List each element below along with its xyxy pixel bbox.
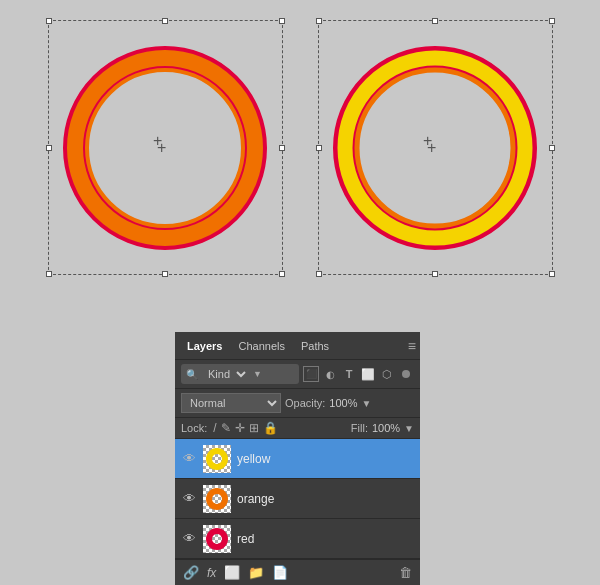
fill-value[interactable]: 100% bbox=[372, 422, 400, 434]
crosshair-right: + bbox=[427, 140, 443, 156]
opacity-value[interactable]: 100% bbox=[329, 397, 357, 409]
crosshair-left: + bbox=[157, 140, 173, 156]
layer-item-orange[interactable]: 👁 orange bbox=[175, 479, 420, 519]
new-layer-icon[interactable]: 📄 bbox=[272, 565, 288, 580]
handle-r-tl[interactable] bbox=[316, 18, 322, 24]
layer-item-red[interactable]: 👁 red bbox=[175, 519, 420, 559]
lock-paint-icon[interactable]: ✎ bbox=[221, 421, 231, 435]
search-row: 🔍 Kind ▼ ⬛ ◐ T ⬜ ⬡ bbox=[175, 360, 420, 389]
right-circle-container: + bbox=[318, 20, 553, 275]
blend-row: Normal Opacity: 100% ▼ bbox=[175, 389, 420, 418]
delete-layer-icon[interactable]: 🗑 bbox=[399, 565, 412, 580]
panel-menu-icon[interactable]: ≡ bbox=[408, 338, 416, 354]
lock-position-icon[interactable]: ✛ bbox=[235, 421, 245, 435]
kind-dropdown[interactable]: Kind bbox=[202, 366, 249, 382]
lock-icons: / ✎ ✛ ⊞ 🔒 bbox=[213, 421, 277, 435]
thumb-ring-red bbox=[203, 525, 231, 553]
layer-thumb-red bbox=[203, 525, 231, 553]
svg-point-8 bbox=[209, 531, 225, 547]
lock-artboard-icon[interactable]: ⊞ bbox=[249, 421, 259, 435]
opacity-label: Opacity: bbox=[285, 397, 325, 409]
layer-name-orange: orange bbox=[237, 492, 414, 506]
handle-r-tm[interactable] bbox=[432, 18, 438, 24]
layer-thumb-orange bbox=[203, 485, 231, 513]
opacity-row: Opacity: 100% ▼ bbox=[285, 397, 371, 409]
handle-mr[interactable] bbox=[279, 145, 285, 151]
eye-icon-red[interactable]: 👁 bbox=[181, 531, 197, 547]
dropdown-arrow-icon: ▼ bbox=[253, 369, 262, 379]
layers-panel: Layers Channels Paths ≡ 🔍 Kind ▼ ⬛ ◐ T ⬜… bbox=[175, 332, 420, 585]
filter-pixel-icon[interactable]: ⬛ bbox=[303, 366, 319, 382]
thumb-ring-yellow bbox=[203, 445, 231, 473]
handle-ml[interactable] bbox=[46, 145, 52, 151]
lock-row: Lock: / ✎ ✛ ⊞ 🔒 Fill: 100% ▼ bbox=[175, 418, 420, 439]
handle-tr[interactable] bbox=[279, 18, 285, 24]
layer-item-yellow[interactable]: 👁 yellow bbox=[175, 439, 420, 479]
tab-layers[interactable]: Layers bbox=[179, 336, 230, 356]
left-circle-container: + bbox=[48, 20, 283, 275]
filter-smart-icon[interactable]: ⬡ bbox=[379, 366, 395, 382]
tab-paths[interactable]: Paths bbox=[293, 336, 337, 356]
layer-name-yellow: yellow bbox=[237, 452, 414, 466]
layer-thumb-yellow bbox=[203, 445, 231, 473]
svg-point-7 bbox=[209, 491, 225, 507]
eye-icon-orange[interactable]: 👁 bbox=[181, 491, 197, 507]
fill-section: Fill: 100% ▼ bbox=[351, 422, 414, 434]
handle-bm[interactable] bbox=[162, 271, 168, 277]
add-mask-icon[interactable]: ⬜ bbox=[224, 565, 240, 580]
fx-icon[interactable]: fx bbox=[207, 566, 216, 580]
handle-r-br[interactable] bbox=[549, 271, 555, 277]
fill-label: Fill: bbox=[351, 422, 368, 434]
panel-tabs: Layers Channels Paths ≡ bbox=[175, 332, 420, 360]
new-group-icon[interactable]: 📁 bbox=[248, 565, 264, 580]
thumb-ring-orange bbox=[203, 485, 231, 513]
search-icon: 🔍 bbox=[186, 369, 198, 380]
fill-arrow-icon[interactable]: ▼ bbox=[404, 423, 414, 434]
lock-all-icon[interactable]: 🔒 bbox=[263, 421, 278, 435]
filter-adjust-icon[interactable]: ◐ bbox=[322, 366, 338, 382]
filter-shape-icon[interactable]: ⬜ bbox=[360, 366, 376, 382]
lock-label: Lock: bbox=[181, 422, 207, 434]
handle-r-tr[interactable] bbox=[549, 18, 555, 24]
canvas-area: + + bbox=[0, 0, 600, 295]
svg-point-6 bbox=[209, 451, 225, 467]
handle-br[interactable] bbox=[279, 271, 285, 277]
search-box: 🔍 Kind ▼ bbox=[181, 364, 299, 384]
handle-r-mr[interactable] bbox=[549, 145, 555, 151]
filter-type-icon[interactable]: T bbox=[341, 366, 357, 382]
filter-dot-icon[interactable] bbox=[398, 366, 414, 382]
handle-r-ml[interactable] bbox=[316, 145, 322, 151]
filter-icons: ⬛ ◐ T ⬜ ⬡ bbox=[303, 366, 414, 382]
blend-mode-select[interactable]: Normal bbox=[181, 393, 281, 413]
tab-channels[interactable]: Channels bbox=[230, 336, 292, 356]
handle-bl[interactable] bbox=[46, 271, 52, 277]
panel-bottom-toolbar: 🔗 fx ⬜ 📁 📄 🗑 bbox=[175, 559, 420, 585]
opacity-arrow-icon[interactable]: ▼ bbox=[362, 398, 372, 409]
link-layers-icon[interactable]: 🔗 bbox=[183, 565, 199, 580]
eye-icon-yellow[interactable]: 👁 bbox=[181, 451, 197, 467]
handle-tl[interactable] bbox=[46, 18, 52, 24]
layer-name-red: red bbox=[237, 532, 414, 546]
handle-r-bl[interactable] bbox=[316, 271, 322, 277]
handle-tm[interactable] bbox=[162, 18, 168, 24]
handle-r-bm[interactable] bbox=[432, 271, 438, 277]
lock-pixels-icon[interactable]: / bbox=[213, 421, 216, 435]
